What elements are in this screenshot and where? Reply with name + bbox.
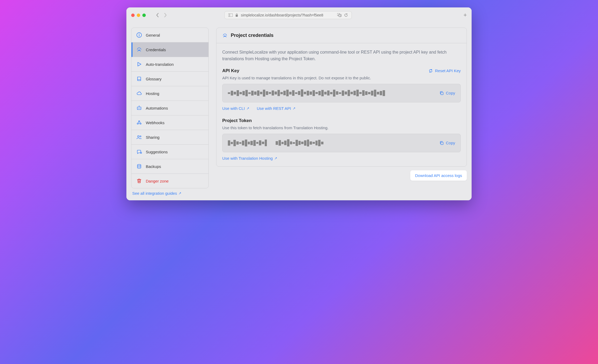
- reset-api-key-button[interactable]: Reset API Key: [429, 68, 461, 73]
- sidebar-item-label: Hosting: [146, 91, 159, 96]
- panel-description: Connect SimpleLocalize with your applica…: [222, 49, 461, 62]
- minimize-icon[interactable]: [137, 14, 140, 17]
- info-icon: [136, 32, 142, 38]
- project-token-value-obscured: [228, 139, 323, 147]
- svg-point-12: [139, 108, 140, 109]
- fingerprint-icon: [136, 47, 142, 53]
- use-with-cli-link[interactable]: Use with CLI: [222, 106, 249, 111]
- api-key-box: Copy: [222, 84, 461, 102]
- svg-point-20: [140, 152, 142, 154]
- sidebar-item-label: Suggestions: [146, 150, 168, 154]
- sidebar-item-webhooks[interactable]: Webhooks: [131, 115, 208, 130]
- sidebar-item-hosting[interactable]: Hosting: [131, 86, 208, 101]
- api-key-value-obscured: [228, 89, 439, 97]
- api-key-title: API Key: [222, 68, 239, 73]
- panel-title: Project credentials: [231, 33, 274, 38]
- sidebar-item-credentials[interactable]: Credentials: [131, 42, 208, 57]
- api-key-description: API Key is used to manage translations i…: [222, 76, 461, 80]
- sidebar-item-label: Automations: [146, 106, 168, 110]
- sidebar-item-automations[interactable]: Automations: [131, 101, 208, 115]
- panel-header: Project credentials: [216, 28, 467, 43]
- svg-point-21: [138, 164, 141, 166]
- back-button[interactable]: [156, 13, 159, 18]
- chat-icon: [136, 149, 142, 155]
- svg-point-17: [140, 123, 141, 124]
- url-text: simplelocalize.io/dashboard/projects/?ha…: [241, 13, 335, 17]
- main: Project credentials Connect SimpleLocali…: [216, 28, 467, 196]
- svg-point-14: [139, 106, 139, 106]
- sidebar-nav: General Credentials Auto-translation: [131, 28, 209, 188]
- sidebar-item-label: Glossary: [146, 77, 161, 81]
- translate-icon[interactable]: A文: [337, 13, 341, 17]
- forward-button[interactable]: [164, 13, 167, 18]
- maximize-icon[interactable]: [142, 14, 146, 17]
- fingerprint-icon: [222, 33, 228, 38]
- project-token-title: Project Token: [222, 118, 252, 123]
- sidebar-item-label: Auto-translation: [146, 62, 174, 67]
- content: General Credentials Auto-translation: [126, 23, 472, 200]
- api-key-links: Use with CLI Use with REST API: [222, 106, 461, 111]
- footer-row: Download API access logs: [216, 170, 467, 181]
- copy-api-key-button[interactable]: Copy: [439, 91, 455, 95]
- nav-arrows: [156, 13, 167, 18]
- svg-point-8: [139, 34, 139, 34]
- sidebar-toggle-icon: [228, 14, 233, 17]
- titlebar: simplelocalize.io/dashboard/projects/?ha…: [126, 7, 472, 23]
- reload-icon[interactable]: [344, 13, 348, 17]
- sidebar-item-sharing[interactable]: Sharing: [131, 130, 208, 145]
- sidebar-item-backups[interactable]: Backups: [131, 159, 208, 174]
- people-icon: [136, 134, 142, 140]
- svg-point-16: [137, 123, 138, 124]
- copy-project-token-button[interactable]: Copy: [439, 141, 455, 145]
- play-icon: [136, 61, 142, 67]
- sidebar-item-label: Credentials: [146, 47, 166, 52]
- svg-point-11: [138, 108, 139, 109]
- database-icon: [136, 163, 142, 169]
- sidebar-item-general[interactable]: General: [131, 28, 208, 42]
- svg-point-19: [140, 136, 141, 137]
- sidebar-item-label: Danger zone: [146, 179, 169, 183]
- svg-rect-24: [441, 92, 443, 95]
- url-bar[interactable]: simplelocalize.io/dashboard/projects/?ha…: [224, 11, 352, 19]
- svg-point-18: [138, 136, 139, 137]
- svg-rect-2: [236, 15, 238, 17]
- browser-window: simplelocalize.io/dashboard/projects/?ha…: [126, 7, 472, 200]
- sidebar-item-label: Sharing: [146, 135, 160, 140]
- panel-body: Connect SimpleLocalize with your applica…: [216, 43, 467, 166]
- use-with-translation-hosting-link[interactable]: Use with Translation Hosting: [222, 156, 277, 161]
- svg-rect-25: [441, 142, 443, 145]
- svg-text:A: A: [338, 14, 339, 15]
- close-icon[interactable]: [131, 14, 135, 17]
- download-api-logs-button[interactable]: Download API access logs: [410, 170, 467, 181]
- sidebar-item-suggestions[interactable]: Suggestions: [131, 145, 208, 159]
- sidebar-item-danger-zone[interactable]: Danger zone: [131, 174, 208, 188]
- integration-guides-link[interactable]: See all integration guides: [131, 191, 209, 196]
- credentials-panel: Project credentials Connect SimpleLocali…: [216, 28, 467, 167]
- lock-icon: [235, 14, 238, 17]
- api-key-header-row: API Key Reset API Key: [222, 68, 461, 73]
- new-tab-button[interactable]: +: [463, 12, 467, 19]
- token-header-row: Project Token: [222, 118, 461, 123]
- copy-icon: [439, 141, 444, 145]
- sidebar-item-glossary[interactable]: Glossary: [131, 72, 208, 86]
- svg-rect-10: [137, 107, 141, 110]
- copy-icon: [439, 91, 444, 95]
- sidebar: General Credentials Auto-translation: [131, 28, 209, 196]
- sidebar-item-label: Backups: [146, 164, 161, 169]
- cloud-icon: [136, 90, 142, 96]
- book-icon: [136, 76, 142, 82]
- refresh-icon: [429, 69, 433, 73]
- project-token-box: Copy: [222, 134, 461, 152]
- svg-text:文: 文: [340, 15, 341, 16]
- sidebar-item-label: Webhooks: [146, 120, 165, 125]
- use-with-rest-api-link[interactable]: Use with REST API: [257, 106, 296, 111]
- webhook-icon: [136, 120, 142, 125]
- token-links: Use with Translation Hosting: [222, 156, 461, 161]
- sidebar-item-auto-translation[interactable]: Auto-translation: [131, 57, 208, 72]
- sidebar-item-label: General: [146, 33, 160, 37]
- traffic-lights: [131, 14, 146, 17]
- svg-rect-0: [228, 14, 233, 17]
- robot-icon: [136, 105, 142, 111]
- trash-icon: [136, 178, 142, 184]
- project-token-description: Use this token to fetch translations fro…: [222, 125, 461, 130]
